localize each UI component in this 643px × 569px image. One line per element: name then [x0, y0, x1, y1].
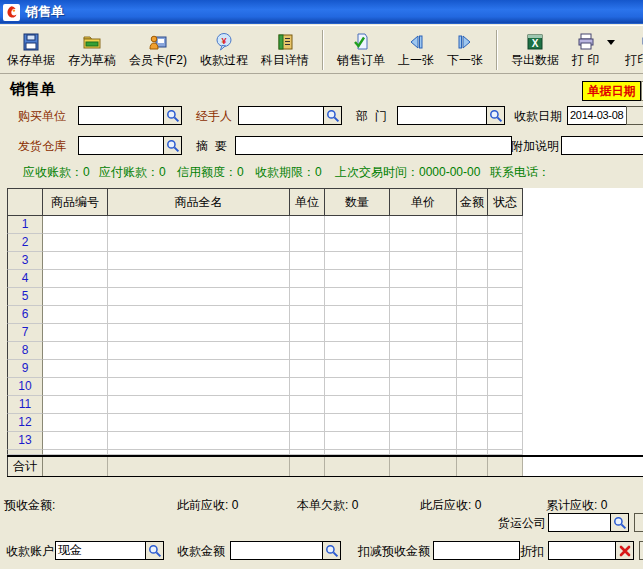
print-dropdown-arrow[interactable]	[607, 40, 615, 45]
cell[interactable]	[108, 252, 290, 270]
handler-input[interactable]	[238, 106, 324, 125]
cell[interactable]	[43, 342, 108, 360]
cell[interactable]	[43, 414, 108, 432]
cell[interactable]	[325, 360, 390, 378]
toolbar-button-excel[interactable]: X导出数据	[508, 31, 562, 68]
department-lookup-button[interactable]	[486, 106, 505, 125]
cell[interactable]	[390, 306, 457, 324]
row-number[interactable]: 7	[7, 324, 43, 342]
cell[interactable]	[457, 396, 488, 414]
cell[interactable]	[457, 306, 488, 324]
toolbar-button-prev[interactable]: 上一张	[395, 31, 437, 68]
row-number[interactable]: 2	[7, 234, 43, 252]
row-number[interactable]: 12	[7, 414, 43, 432]
cell[interactable]	[488, 342, 523, 360]
cell[interactable]	[290, 252, 325, 270]
note-input[interactable]	[561, 136, 643, 155]
cell[interactable]	[390, 252, 457, 270]
discount-clear-button[interactable]	[615, 541, 634, 560]
warehouse-input[interactable]	[78, 136, 164, 155]
handler-lookup-button[interactable]	[323, 106, 342, 125]
toolbar-button-printstyle[interactable]: 打印样式	[622, 31, 643, 68]
warehouse-lookup-button[interactable]	[163, 136, 182, 155]
buyer-input[interactable]	[78, 106, 164, 125]
cell[interactable]	[488, 288, 523, 306]
account-input[interactable]: 现金	[55, 541, 147, 560]
cell[interactable]	[457, 270, 488, 288]
cell[interactable]	[43, 234, 108, 252]
row-number[interactable]: 8	[7, 342, 43, 360]
cell[interactable]	[108, 432, 290, 450]
toolbar-button-draft[interactable]: 存为草稿	[65, 31, 119, 68]
row-number[interactable]: 9	[7, 360, 43, 378]
cell[interactable]	[390, 360, 457, 378]
discount-input[interactable]	[548, 541, 617, 560]
cell[interactable]	[325, 252, 390, 270]
cell[interactable]	[43, 270, 108, 288]
cell[interactable]	[108, 396, 290, 414]
amount-lookup-button[interactable]	[322, 541, 341, 560]
cell[interactable]	[390, 378, 457, 396]
cell[interactable]	[457, 378, 488, 396]
summary-input[interactable]	[235, 136, 512, 155]
deduct-prepaid-input[interactable]	[433, 541, 520, 560]
cell[interactable]	[108, 216, 290, 234]
cell[interactable]	[43, 432, 108, 450]
cell[interactable]	[325, 306, 390, 324]
cell[interactable]	[108, 270, 290, 288]
cell[interactable]	[457, 360, 488, 378]
cell[interactable]	[108, 342, 290, 360]
cell[interactable]	[325, 396, 390, 414]
toolbar-button-next[interactable]: 下一张	[444, 31, 486, 68]
cell[interactable]	[290, 396, 325, 414]
collect-date-dropdown-clipped[interactable]	[626, 106, 643, 125]
cell[interactable]	[108, 234, 290, 252]
freight-extra-clipped[interactable]	[634, 513, 643, 532]
cell[interactable]	[43, 324, 108, 342]
cell[interactable]	[43, 252, 108, 270]
cell[interactable]	[457, 432, 488, 450]
row-number[interactable]: 13	[7, 432, 43, 450]
department-input[interactable]	[397, 106, 487, 125]
cell[interactable]	[457, 288, 488, 306]
cell[interactable]	[325, 324, 390, 342]
window-titlebar[interactable]: 销售单	[0, 0, 643, 24]
row-number[interactable]: 1	[7, 216, 43, 234]
cell[interactable]	[325, 234, 390, 252]
cell[interactable]	[108, 414, 290, 432]
cell[interactable]	[43, 378, 108, 396]
row-number[interactable]: 4	[7, 270, 43, 288]
cell[interactable]	[390, 342, 457, 360]
cell[interactable]	[390, 324, 457, 342]
row-number[interactable]: 5	[7, 288, 43, 306]
cell[interactable]	[488, 396, 523, 414]
cell[interactable]	[325, 288, 390, 306]
cell[interactable]	[290, 216, 325, 234]
cell[interactable]	[290, 288, 325, 306]
cell[interactable]	[290, 306, 325, 324]
cell[interactable]	[290, 324, 325, 342]
cell[interactable]	[457, 414, 488, 432]
row-number[interactable]: 10	[7, 378, 43, 396]
toolbar-button-print[interactable]: 打 印	[569, 31, 602, 68]
cell[interactable]	[325, 432, 390, 450]
cell[interactable]	[390, 216, 457, 234]
cell[interactable]	[108, 288, 290, 306]
cell[interactable]	[488, 270, 523, 288]
cell[interactable]	[488, 432, 523, 450]
cell[interactable]	[290, 414, 325, 432]
cell[interactable]	[290, 360, 325, 378]
cell[interactable]	[108, 324, 290, 342]
cell[interactable]	[290, 270, 325, 288]
toolbar-button-save[interactable]: 保存单据	[4, 31, 58, 68]
toolbar-button-payment[interactable]: ¥收款过程	[197, 31, 251, 68]
cell[interactable]	[457, 324, 488, 342]
cell[interactable]	[290, 342, 325, 360]
toolbar-button-order[interactable]: 销售订单	[334, 31, 388, 68]
cell[interactable]	[390, 288, 457, 306]
cell[interactable]	[290, 432, 325, 450]
cell[interactable]	[325, 216, 390, 234]
cell[interactable]	[390, 432, 457, 450]
cell[interactable]	[325, 342, 390, 360]
buyer-lookup-button[interactable]	[163, 106, 182, 125]
